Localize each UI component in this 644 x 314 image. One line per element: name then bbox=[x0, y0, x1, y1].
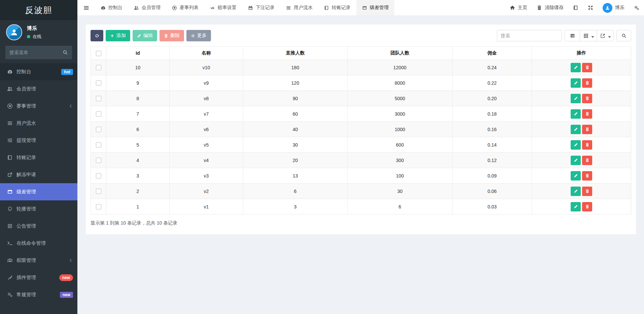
select-all-checkbox[interactable] bbox=[96, 51, 101, 56]
sidebar-item-members[interactable]: 会员管理 bbox=[0, 80, 77, 97]
column-header: 直推人数 bbox=[243, 47, 348, 60]
more-button[interactable]: 更多 bbox=[186, 30, 211, 41]
columns-button[interactable] bbox=[580, 30, 597, 41]
sidebar-item-label: 插件管理 bbox=[16, 274, 36, 281]
sidebar-item-command[interactable]: 在线命令管理 bbox=[0, 235, 77, 252]
sidebar-item-carousel[interactable]: 轮播管理 bbox=[0, 200, 77, 218]
sidebar-item-dashboard[interactable]: 控制台hot bbox=[0, 63, 77, 80]
tab-members[interactable]: 会员管理 bbox=[128, 0, 166, 15]
edit-button[interactable]: 编辑 bbox=[133, 30, 157, 41]
table-search-input[interactable] bbox=[497, 30, 562, 41]
tab-odds[interactable]: vk赔率设置 bbox=[204, 0, 242, 15]
users-icon bbox=[134, 5, 139, 10]
row-checkbox[interactable] bbox=[96, 142, 101, 148]
row-delete-button[interactable] bbox=[582, 78, 592, 88]
more-label: 更多 bbox=[197, 33, 207, 39]
row-delete-button[interactable] bbox=[582, 156, 592, 165]
trash-icon bbox=[164, 34, 168, 38]
sidebar-item-auth[interactable]: 权限管理 bbox=[0, 252, 77, 269]
sidebar-item-unfreeze[interactable]: 解冻申请 bbox=[0, 166, 77, 183]
sidebar-item-transfer[interactable]: 转账记录 bbox=[0, 149, 77, 166]
row-edit-button[interactable] bbox=[571, 156, 581, 165]
export-button[interactable] bbox=[597, 30, 614, 41]
sidebar-item-withdraw[interactable]: 提现管理 bbox=[0, 132, 77, 149]
row-edit-button[interactable] bbox=[571, 202, 581, 211]
chevron-left-icon bbox=[69, 104, 73, 108]
row-edit-button[interactable] bbox=[571, 63, 581, 72]
gears-icon bbox=[634, 5, 639, 10]
row-delete-button[interactable] bbox=[582, 109, 592, 119]
clear-cache-button[interactable]: 清除缓存 bbox=[532, 0, 568, 15]
row-checkbox[interactable] bbox=[96, 158, 101, 163]
row-edit-button[interactable] bbox=[571, 94, 581, 103]
row-checkbox[interactable] bbox=[96, 204, 101, 209]
settings-button[interactable] bbox=[629, 0, 644, 15]
cell-select bbox=[91, 91, 106, 106]
toolbar: 添加 编辑 删除 更多 bbox=[91, 30, 631, 41]
home-button[interactable]: 主页 bbox=[505, 0, 532, 15]
row-delete-button[interactable] bbox=[582, 187, 592, 196]
row-edit-button[interactable] bbox=[571, 187, 581, 196]
row-delete-button[interactable] bbox=[582, 171, 592, 181]
row-edit-button[interactable] bbox=[571, 140, 581, 150]
row-delete-button[interactable] bbox=[582, 202, 592, 211]
cell-direct-count: 180 bbox=[243, 60, 348, 75]
user-menu[interactable]: 博乐 bbox=[598, 0, 629, 15]
row-delete-button[interactable] bbox=[582, 140, 592, 150]
row-delete-button[interactable] bbox=[582, 94, 592, 103]
tab-level[interactable]: 级差管理 bbox=[356, 0, 394, 15]
row-edit-button[interactable] bbox=[571, 78, 581, 88]
carousel-icon bbox=[7, 206, 13, 212]
tab-bets[interactable]: 下注记录 bbox=[242, 0, 280, 15]
tab-transfer[interactable]: 转账记录 bbox=[318, 0, 356, 15]
row-checkbox[interactable] bbox=[96, 80, 101, 86]
table-row: 1v1360.03 bbox=[91, 199, 631, 214]
row-edit-button[interactable] bbox=[571, 171, 581, 181]
row-edit-button[interactable] bbox=[571, 109, 581, 119]
row-checkbox[interactable] bbox=[96, 96, 101, 101]
cell-select bbox=[91, 184, 106, 199]
row-checkbox[interactable] bbox=[96, 189, 101, 194]
home-icon bbox=[510, 5, 515, 10]
sidebar-toggle-button[interactable] bbox=[77, 0, 95, 15]
sidebar-item-user-flow[interactable]: 用户流水 bbox=[0, 115, 77, 132]
search-toggle-button[interactable] bbox=[616, 30, 631, 41]
sidebar-item-notice[interactable]: 公告管理 bbox=[0, 218, 77, 235]
tab-dashboard[interactable]: 控制台 bbox=[95, 0, 128, 15]
sidebar-item-addon[interactable]: 插件管理new bbox=[0, 269, 77, 286]
row-delete-button[interactable] bbox=[582, 63, 592, 72]
row-checkbox[interactable] bbox=[96, 65, 101, 70]
cell-commission: 0.24 bbox=[453, 60, 532, 75]
refresh-button[interactable] bbox=[91, 30, 103, 41]
cell-select bbox=[91, 199, 106, 214]
row-delete-button[interactable] bbox=[582, 125, 592, 134]
sidebar-item-matches[interactable]: 赛事管理 bbox=[0, 97, 77, 115]
table-header-row: Id名称直推人数团队人数佣金操作 bbox=[91, 47, 631, 60]
row-checkbox[interactable] bbox=[96, 111, 101, 117]
fullscreen-button[interactable] bbox=[583, 0, 598, 15]
tab-label: 控制台 bbox=[108, 5, 122, 11]
cell-direct-count: 40 bbox=[243, 122, 348, 137]
view-detail-button[interactable] bbox=[565, 30, 580, 41]
add-button[interactable]: 添加 bbox=[106, 30, 130, 41]
row-checkbox[interactable] bbox=[96, 173, 101, 179]
row-edit-button[interactable] bbox=[571, 125, 581, 134]
log-button[interactable] bbox=[568, 0, 583, 15]
sidebar-item-general[interactable]: 常规管理new bbox=[0, 286, 77, 303]
avatar bbox=[6, 24, 22, 40]
sidebar-item-level[interactable]: 级差管理 bbox=[0, 183, 77, 200]
delete-button[interactable]: 删除 bbox=[159, 30, 184, 41]
table-body: 10v10180120000.249v912080000.228v8905000… bbox=[91, 60, 631, 214]
sidebar-search-input[interactable] bbox=[5, 46, 72, 59]
cell-actions bbox=[532, 122, 631, 137]
cell-commission: 0.06 bbox=[453, 184, 532, 199]
table-row: 6v64010000.16 bbox=[91, 122, 631, 137]
cell-team-count: 30 bbox=[348, 184, 453, 199]
cell-name: v4 bbox=[170, 153, 243, 168]
user-icon bbox=[10, 28, 19, 37]
vk-icon: vk bbox=[210, 5, 215, 10]
row-checkbox[interactable] bbox=[96, 127, 101, 132]
table-row: 10v10180120000.24 bbox=[91, 60, 631, 75]
tab-user-flow[interactable]: 用户流水 bbox=[280, 0, 318, 15]
tab-match-list[interactable]: 赛事列表 bbox=[166, 0, 204, 15]
